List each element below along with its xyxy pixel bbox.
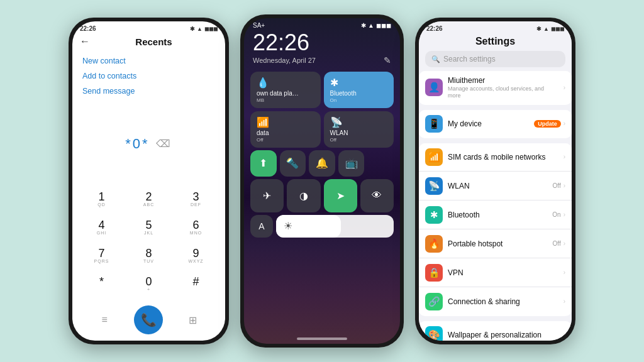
key-7[interactable]: 7PQRS [79, 243, 125, 270]
chevron-icon: › [564, 298, 565, 305]
settings-group-device: 📱 My device Update › [419, 110, 572, 138]
wlan-label: WLAN [330, 129, 388, 137]
wlan-settings-title: WLAN [448, 182, 548, 190]
phone-settings: 22:26 ✱ ▲ ◼◼◼ Settings 🔍 Search settings… [415, 18, 575, 344]
cc-torch-tile[interactable]: 🔦 [280, 150, 306, 177]
contrast-icon: ◑ [299, 190, 308, 202]
key-3[interactable]: 3DEF [173, 186, 219, 213]
key-8[interactable]: 8TUV [126, 243, 172, 270]
chevron-icon: › [564, 84, 565, 91]
settings-item-sim[interactable]: 📶 SIM cards & mobile networks › [419, 143, 572, 172]
cc-location-tile[interactable]: ➤ [324, 179, 357, 212]
cc-tile-bluetooth[interactable]: ✱ Bluetooth On [324, 72, 394, 108]
connection-sharing-title: Connection & sharing [448, 297, 558, 306]
dial-number: *0* [125, 136, 149, 152]
wlan-settings-icon: 📡 [425, 177, 443, 195]
mydevice-title: My device [448, 119, 529, 128]
cc-hotspot-tile[interactable]: ⬆ [250, 150, 277, 177]
settings-item-vpn[interactable]: 🔒 VPN › [419, 259, 572, 287]
settings-status-icons: ✱ ▲ ◼◼◼ [536, 26, 564, 32]
hotspot-value: Off [553, 240, 561, 247]
connection-sharing-icon: 🔗 [425, 293, 443, 310]
cc-eye-tile[interactable]: 👁 [360, 179, 394, 212]
wlan-value: Off [553, 182, 561, 189]
settings-item-wlan[interactable]: 📡 WLAN Off › [419, 172, 572, 200]
key-2[interactable]: 2ABC [126, 186, 172, 213]
bluetooth-settings-icon: ✱ [425, 206, 443, 224]
cc-dnd-tile[interactable]: 🔔 [309, 150, 335, 177]
settings-item-hotspot[interactable]: 🔥 Portable hotspot Off › [419, 230, 572, 258]
cc-tile-mobile-data[interactable]: 📶 data Off [250, 111, 321, 148]
dialer-time: 22:26 [80, 25, 96, 32]
chevron-icon: › [564, 240, 565, 247]
cc-carrier: SA+ [253, 22, 265, 29]
settings-search-bar[interactable]: 🔍 Search settings [425, 51, 565, 67]
settings-item-bluetooth[interactable]: ✱ Bluetooth On › [419, 201, 572, 229]
bluetooth-tile-label: Bluetooth [330, 90, 388, 97]
new-contact-link[interactable]: New contact [82, 53, 215, 69]
key-9[interactable]: 9WXYZ [173, 243, 219, 270]
screen-icon: 📺 [345, 157, 358, 169]
mobile-data-sub: Off [257, 137, 314, 143]
key-0[interactable]: 0+ [126, 271, 172, 298]
cc-tile-data[interactable]: 💧 own data pla… MB [250, 72, 321, 108]
cc-brightness-slider[interactable]: ☀ [276, 215, 394, 238]
settings-item-wallpaper[interactable]: 🎨 Wallpaper & personalization › [419, 321, 572, 341]
menu-icon[interactable]: ≡ [95, 310, 114, 329]
settings-time: 22:26 [426, 25, 443, 32]
key-5[interactable]: 5JKL [126, 214, 172, 241]
airplane-icon: ✈ [263, 190, 271, 202]
settings-item-connection-sharing[interactable]: 🔗 Connection & sharing › [419, 288, 572, 315]
mobile-data-icon: 📶 [257, 116, 314, 128]
chevron-icon: › [564, 120, 565, 127]
settings-group-account: 👤 Miuithemer Manage accounts, cloud serv… [419, 71, 572, 105]
cc-small-row-2: ✈ ◑ ➤ 👁 [244, 177, 400, 212]
mydevice-icon: 📱 [425, 115, 443, 133]
settings-item-mydevice[interactable]: 📱 My device Update › [419, 110, 572, 138]
dialer-links: New contact Add to contacts Send message [72, 51, 225, 101]
send-message-link[interactable]: Send message [82, 84, 215, 99]
settings-list: 👤 Miuithemer Manage accounts, cloud serv… [419, 71, 572, 341]
settings-group-personalization: 🎨 Wallpaper & personalization › 🔒 Always… [419, 321, 572, 341]
hotspot-icon: ⬆ [259, 157, 267, 169]
add-to-contacts-link[interactable]: Add to contacts [82, 69, 215, 84]
key-6[interactable]: 6MNO [173, 214, 219, 241]
delete-button[interactable]: ⌫ [156, 138, 172, 150]
key-hash[interactable]: # [173, 271, 219, 298]
cc-contrast-tile[interactable]: ◑ [287, 179, 320, 212]
bluetooth-settings-title: Bluetooth [448, 211, 547, 219]
dialer-actions: ≡ 📞 ⊞ [72, 302, 225, 341]
cc-screen-tile[interactable]: 📺 [338, 150, 365, 177]
cc-airplane-tile[interactable]: ✈ [250, 179, 284, 212]
mobile-data-label: data [257, 129, 314, 137]
cc-small-row-1: ⬆ 🔦 🔔 📺 [244, 150, 400, 177]
brightness-icon: A [258, 221, 264, 231]
settings-group-connectivity: 📶 SIM cards & mobile networks › 📡 WLAN O… [419, 143, 572, 316]
chevron-icon: › [564, 211, 565, 218]
cc-edit-icon[interactable]: ✎ [384, 55, 391, 65]
bluetooth-tile-sub: On [330, 97, 388, 103]
sim-title: SIM cards & mobile networks [448, 153, 558, 162]
hotspot-settings-title: Portable hotspot [448, 239, 548, 248]
home-indicator [297, 337, 347, 340]
cc-brightness-icon-tile: A [250, 215, 273, 238]
data-tile-label: own data pla… [257, 90, 314, 97]
cc-tile-wlan[interactable]: 📡 WLAN Off [324, 111, 394, 148]
vpn-title: VPN [448, 268, 558, 277]
torch-icon: 🔦 [286, 157, 299, 169]
back-button[interactable]: ← [80, 36, 90, 47]
data-tile-sub: MB [257, 97, 314, 103]
miuithemer-title: Miuithemer [448, 76, 558, 85]
key-4[interactable]: 4GHI [79, 214, 125, 241]
cc-brightness-row: A ☀ [244, 212, 400, 238]
call-button[interactable]: 📞 [134, 305, 163, 334]
key-star[interactable]: * [79, 271, 125, 298]
dialer-statusbar: 22:26 ✱ ▲ ◼◼◼ [72, 21, 225, 33]
dialer-header: ← Recents [72, 33, 225, 51]
bluetooth-value: On [552, 211, 560, 218]
key-1[interactable]: 1QD [79, 186, 125, 213]
dialpad-icon[interactable]: ⊞ [184, 310, 203, 329]
settings-item-miuithemer[interactable]: 👤 Miuithemer Manage accounts, cloud serv… [419, 71, 572, 104]
dnd-icon: 🔔 [316, 157, 328, 169]
dialer-display: *0* ⌫ [72, 101, 225, 186]
